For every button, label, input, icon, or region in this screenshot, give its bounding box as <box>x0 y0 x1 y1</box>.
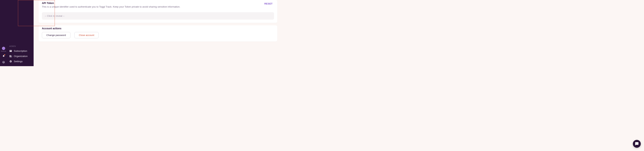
sidebar-item-settings[interactable]: Settings <box>8 59 32 64</box>
change-password-button[interactable]: Change password <box>42 32 70 38</box>
close-account-button[interactable]: Close account <box>74 32 99 38</box>
sidebar-item-organization[interactable]: Organization <box>8 54 32 59</box>
admin-section-label: ADMIN <box>8 44 32 48</box>
help-icon <box>2 61 5 64</box>
token-reveal-field[interactable]: -- Click to reveal -- <box>42 12 274 20</box>
profile-label: PROFILE <box>1 51 6 52</box>
wide-sidebar: ADMIN Subscription Organization Settings <box>7 0 34 66</box>
organization-icon <box>9 55 12 58</box>
sidebar-item-label: Settings <box>14 60 23 63</box>
account-actions-card: Account actions Change password Close ac… <box>39 25 277 42</box>
sidebar-item-subscription[interactable]: Subscription <box>8 48 32 54</box>
main-content: API Token This is a unique identifier us… <box>34 0 280 66</box>
avatar-icon <box>2 47 5 50</box>
api-token-title: API Token <box>42 2 180 4</box>
api-token-card: API Token This is a unique identifier us… <box>39 0 277 23</box>
gear-icon <box>9 60 12 63</box>
narrow-sidebar: PROFILE <box>0 0 7 66</box>
sidebar-item-label: Subscription <box>14 50 27 52</box>
profile-button[interactable]: PROFILE <box>1 47 6 52</box>
notification-dot <box>4 54 5 55</box>
notifications-button[interactable] <box>2 55 5 57</box>
api-token-description: This is a unique identifier used to auth… <box>42 5 180 9</box>
account-actions-title: Account actions <box>42 27 274 30</box>
help-button[interactable] <box>2 61 5 64</box>
sidebar-item-label: Organization <box>14 55 28 58</box>
reset-button[interactable]: RESET <box>263 2 274 6</box>
subscription-icon <box>9 50 12 52</box>
